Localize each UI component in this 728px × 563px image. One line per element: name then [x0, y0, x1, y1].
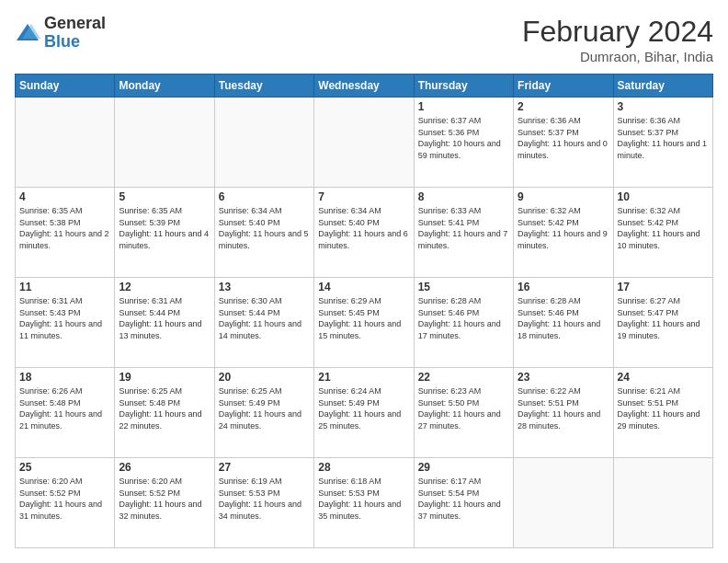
- day-info: Sunrise: 6:35 AM Sunset: 5:38 PM Dayligh…: [19, 205, 110, 251]
- calendar-cell: 12Sunrise: 6:31 AM Sunset: 5:44 PM Dayli…: [115, 278, 214, 368]
- day-info: Sunrise: 6:22 AM Sunset: 5:51 PM Dayligh…: [518, 385, 609, 431]
- calendar-cell: 5Sunrise: 6:35 AM Sunset: 5:39 PM Daylig…: [115, 188, 214, 278]
- day-info: Sunrise: 6:32 AM Sunset: 5:42 PM Dayligh…: [518, 205, 609, 251]
- day-number: 16: [518, 281, 609, 293]
- day-number: 11: [19, 281, 110, 293]
- day-info: Sunrise: 6:31 AM Sunset: 5:44 PM Dayligh…: [119, 295, 210, 341]
- day-info: Sunrise: 6:28 AM Sunset: 5:46 PM Dayligh…: [518, 295, 609, 341]
- calendar-week-2: 11Sunrise: 6:31 AM Sunset: 5:43 PM Dayli…: [16, 278, 713, 368]
- logo-icon: [15, 20, 40, 46]
- calendar-cell: 2Sunrise: 6:36 AM Sunset: 5:37 PM Daylig…: [514, 98, 613, 188]
- day-info: Sunrise: 6:34 AM Sunset: 5:40 PM Dayligh…: [318, 205, 409, 251]
- calendar-cell: 13Sunrise: 6:30 AM Sunset: 5:44 PM Dayli…: [214, 278, 313, 368]
- title-location: Dumraon, Bihar, India: [522, 49, 713, 64]
- day-info: Sunrise: 6:34 AM Sunset: 5:40 PM Dayligh…: [219, 205, 310, 251]
- day-number: 25: [19, 461, 110, 474]
- day-number: 29: [418, 461, 509, 474]
- day-info: Sunrise: 6:23 AM Sunset: 5:50 PM Dayligh…: [418, 385, 509, 431]
- day-number: 13: [219, 281, 310, 293]
- calendar-cell: 15Sunrise: 6:28 AM Sunset: 5:46 PM Dayli…: [414, 278, 513, 368]
- calendar-cell: 20Sunrise: 6:25 AM Sunset: 5:49 PM Dayli…: [214, 368, 313, 458]
- day-number: 2: [518, 100, 609, 113]
- col-monday: Monday: [115, 75, 214, 98]
- col-saturday: Saturday: [613, 75, 712, 98]
- day-number: 12: [119, 281, 210, 293]
- calendar-cell: 19Sunrise: 6:25 AM Sunset: 5:48 PM Dayli…: [115, 368, 214, 458]
- day-number: 23: [518, 371, 609, 384]
- col-sunday: Sunday: [16, 75, 115, 98]
- day-info: Sunrise: 6:19 AM Sunset: 5:53 PM Dayligh…: [219, 476, 310, 522]
- calendar-cell: 24Sunrise: 6:21 AM Sunset: 5:51 PM Dayli…: [613, 368, 712, 458]
- day-info: Sunrise: 6:27 AM Sunset: 5:47 PM Dayligh…: [618, 295, 709, 341]
- day-info: Sunrise: 6:36 AM Sunset: 5:37 PM Dayligh…: [518, 115, 609, 161]
- day-number: 24: [618, 371, 709, 384]
- page: General Blue February 2024 Dumraon, Biha…: [0, 0, 728, 563]
- day-info: Sunrise: 6:17 AM Sunset: 5:54 PM Dayligh…: [418, 476, 509, 522]
- day-info: Sunrise: 6:28 AM Sunset: 5:46 PM Dayligh…: [418, 295, 509, 341]
- calendar-cell: [16, 98, 115, 188]
- col-thursday: Thursday: [414, 75, 513, 98]
- calendar-cell: 9Sunrise: 6:32 AM Sunset: 5:42 PM Daylig…: [514, 188, 613, 278]
- day-number: 3: [618, 100, 709, 113]
- calendar-cell: 26Sunrise: 6:20 AM Sunset: 5:52 PM Dayli…: [115, 458, 214, 548]
- logo: General Blue: [15, 15, 106, 52]
- day-number: 27: [219, 461, 310, 474]
- calendar-cell: 4Sunrise: 6:35 AM Sunset: 5:38 PM Daylig…: [16, 188, 115, 278]
- calendar-cell: 11Sunrise: 6:31 AM Sunset: 5:43 PM Dayli…: [16, 278, 115, 368]
- calendar-week-4: 25Sunrise: 6:20 AM Sunset: 5:52 PM Dayli…: [16, 458, 713, 548]
- calendar-cell: 7Sunrise: 6:34 AM Sunset: 5:40 PM Daylig…: [314, 188, 414, 278]
- day-info: Sunrise: 6:33 AM Sunset: 5:41 PM Dayligh…: [418, 205, 509, 251]
- col-wednesday: Wednesday: [314, 75, 414, 98]
- calendar-cell: 16Sunrise: 6:28 AM Sunset: 5:46 PM Dayli…: [514, 278, 613, 368]
- day-number: 6: [219, 190, 310, 203]
- col-tuesday: Tuesday: [214, 75, 313, 98]
- day-number: 8: [418, 190, 509, 203]
- calendar-cell: 17Sunrise: 6:27 AM Sunset: 5:47 PM Dayli…: [613, 278, 712, 368]
- day-number: 14: [318, 281, 409, 293]
- day-info: Sunrise: 6:18 AM Sunset: 5:53 PM Dayligh…: [318, 476, 409, 522]
- calendar-week-3: 18Sunrise: 6:26 AM Sunset: 5:48 PM Dayli…: [16, 368, 713, 458]
- day-info: Sunrise: 6:20 AM Sunset: 5:52 PM Dayligh…: [119, 476, 210, 522]
- logo-text: General Blue: [44, 15, 106, 52]
- calendar-cell: 25Sunrise: 6:20 AM Sunset: 5:52 PM Dayli…: [16, 458, 115, 548]
- day-info: Sunrise: 6:35 AM Sunset: 5:39 PM Dayligh…: [119, 205, 210, 251]
- day-info: Sunrise: 6:32 AM Sunset: 5:42 PM Dayligh…: [618, 205, 709, 251]
- day-number: 28: [318, 461, 409, 474]
- calendar-week-0: 1Sunrise: 6:37 AM Sunset: 5:36 PM Daylig…: [16, 98, 713, 188]
- logo-general: General: [44, 15, 106, 33]
- day-number: 19: [119, 371, 210, 384]
- calendar-cell: [214, 98, 313, 188]
- day-info: Sunrise: 6:20 AM Sunset: 5:52 PM Dayligh…: [19, 476, 110, 522]
- calendar-cell: 18Sunrise: 6:26 AM Sunset: 5:48 PM Dayli…: [16, 368, 115, 458]
- calendar-table: Sunday Monday Tuesday Wednesday Thursday…: [15, 74, 713, 548]
- calendar-cell: 23Sunrise: 6:22 AM Sunset: 5:51 PM Dayli…: [514, 368, 613, 458]
- day-info: Sunrise: 6:21 AM Sunset: 5:51 PM Dayligh…: [618, 385, 709, 431]
- calendar-cell: 10Sunrise: 6:32 AM Sunset: 5:42 PM Dayli…: [613, 188, 712, 278]
- calendar-header-row: Sunday Monday Tuesday Wednesday Thursday…: [16, 75, 713, 98]
- calendar-cell: 3Sunrise: 6:36 AM Sunset: 5:37 PM Daylig…: [613, 98, 712, 188]
- day-number: 22: [418, 371, 509, 384]
- calendar-cell: [314, 98, 414, 188]
- day-number: 18: [19, 371, 110, 384]
- calendar-cell: [115, 98, 214, 188]
- day-number: 26: [119, 461, 210, 474]
- day-number: 5: [119, 190, 210, 203]
- col-friday: Friday: [514, 75, 613, 98]
- day-number: 7: [318, 190, 409, 203]
- header: General Blue February 2024 Dumraon, Biha…: [15, 15, 713, 64]
- title-block: February 2024 Dumraon, Bihar, India: [522, 15, 713, 64]
- calendar-cell: 21Sunrise: 6:24 AM Sunset: 5:49 PM Dayli…: [314, 368, 414, 458]
- day-info: Sunrise: 6:26 AM Sunset: 5:48 PM Dayligh…: [19, 385, 110, 431]
- calendar-week-1: 4Sunrise: 6:35 AM Sunset: 5:38 PM Daylig…: [16, 188, 713, 278]
- day-info: Sunrise: 6:31 AM Sunset: 5:43 PM Dayligh…: [19, 295, 110, 341]
- day-number: 15: [418, 281, 509, 293]
- calendar-cell: 14Sunrise: 6:29 AM Sunset: 5:45 PM Dayli…: [314, 278, 414, 368]
- day-info: Sunrise: 6:25 AM Sunset: 5:49 PM Dayligh…: [219, 385, 310, 431]
- calendar-cell: 8Sunrise: 6:33 AM Sunset: 5:41 PM Daylig…: [414, 188, 513, 278]
- day-number: 10: [618, 190, 709, 203]
- day-number: 21: [318, 371, 409, 384]
- day-number: 17: [618, 281, 709, 293]
- calendar-cell: 28Sunrise: 6:18 AM Sunset: 5:53 PM Dayli…: [314, 458, 414, 548]
- calendar-cell: 6Sunrise: 6:34 AM Sunset: 5:40 PM Daylig…: [214, 188, 313, 278]
- day-number: 1: [418, 100, 509, 113]
